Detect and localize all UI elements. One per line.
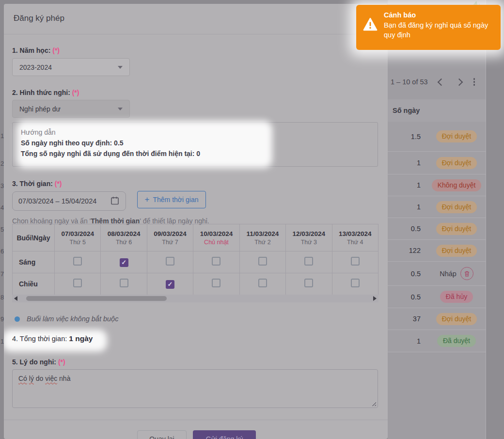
days-count: 122 [388,247,421,254]
row-number-fragment: 5 [0,226,4,233]
reason-input[interactable]: Có lý do việc nhà [12,369,378,408]
date-range-value: 07/03/2024 – 15/04/2024 [18,197,96,205]
submit-button[interactable]: Gửi đăng ký [193,430,256,439]
session-checkbox[interactable] [351,279,360,287]
leave-record-row: 37Đợi duyệt [388,308,486,330]
days-count: 0.5 [388,270,421,278]
year-label: 1. Năm học: (*) [12,47,60,54]
session-checkbox[interactable] [351,257,360,266]
table-pagination: 1 – 10 of 53 [391,76,485,88]
school-year-select[interactable]: 2023-2024 [12,58,130,76]
session-cell [101,273,147,295]
chevron-down-icon [118,108,123,110]
row-number-fragment: 1 [0,132,4,140]
guidance-box: Hướng dẫn Số ngày nghỉ theo quy định: 0.… [12,122,378,167]
session-cell [55,273,101,295]
session-cell: ✓ [147,273,193,295]
next-page-icon[interactable] [455,78,463,86]
reason-word: lý [29,375,34,382]
schedule-corner-header: Buổi\Ngày [13,224,55,251]
required-mark: (*) [55,180,62,188]
leave-record-row: 1Đợi duyệt [388,152,486,174]
day-column-header: 11/03/2024Thứ 2 [239,224,285,251]
leave-type-label: 2. Hình thức nghỉ: (*) [12,89,79,96]
session-checkbox[interactable] [120,279,128,287]
previous-page-icon[interactable] [437,78,445,86]
session-checkbox[interactable] [212,257,220,266]
scroll-right-icon[interactable] [373,296,377,301]
session-cell: ✓ [101,251,147,273]
reason-label: 5. Lý do nghỉ: (*) [12,358,65,366]
status-badge: Đợi duyệt [436,223,477,235]
session-cell [332,273,378,295]
chevron-down-icon [118,66,123,69]
more-options-icon[interactable] [473,78,475,86]
session-checkbox[interactable] [73,257,82,266]
resize-handle-icon[interactable] [371,401,376,406]
session-checkbox[interactable] [212,279,220,287]
reason-word: việc [45,375,57,382]
required-mark: (*) [58,358,65,366]
day-column-header: 08/03/2024Thứ 6 [101,224,147,251]
day-column-header: 10/03/2024Chủ nhật [193,224,239,251]
days-count: 1 [388,181,421,189]
session-checkbox[interactable] [258,257,267,266]
delete-icon[interactable] [460,267,473,280]
row-number-fragment: 4 [0,204,4,211]
divider [4,34,388,34]
session-label: Chiều [13,273,55,295]
horizontal-scrollbar[interactable] [12,295,378,302]
session-checkbox[interactable] [166,257,174,266]
guidance-allowed-days: Số ngày nghỉ theo quy định: 0.5 [21,139,378,147]
scroll-left-icon[interactable] [14,296,17,301]
row-number-fragment: 7 [0,270,4,278]
add-time-button[interactable]: + Thêm thời gian [137,191,206,208]
toast-message: Bạn đã đăng ký nghỉ quá số ngày quy định [384,20,495,40]
day-column-header: 07/03/2024Thứ 5 [55,224,101,251]
required-mark: (*) [52,47,60,54]
day-column-header: 12/03/2024Thứ 3 [286,224,332,251]
leave-type-value: Nghỉ phép dư [19,105,61,113]
days-count: 0.5 [388,293,421,301]
leave-record-row: 1Đợi duyệt [388,196,486,218]
session-checkbox[interactable] [304,279,313,287]
leave-record-row: 122Đợi duyệt [388,240,486,262]
status-badge: Đợi duyệt [436,245,477,257]
session-checkbox[interactable]: ✓ [166,280,174,289]
status-badge: Đã duyệt [437,335,476,347]
days-count: 1.5 [388,133,421,141]
session-checkbox[interactable]: ✓ [120,258,128,267]
background-row-numbers: 1234567891 [0,0,4,439]
scrollbar-thumb[interactable] [26,296,167,301]
days-count: 1 [388,203,421,211]
days-count: 37 [388,315,421,323]
status-badge: Đợi duyệt [436,130,477,142]
leave-type-select[interactable]: Nghỉ phép dư [12,100,130,118]
session-checkbox[interactable] [73,279,82,287]
back-button[interactable]: Quay lại [137,430,187,439]
session-cell [332,251,378,273]
time-label: 3. Thời gian: (*) [12,180,62,188]
column-header-so-ngay: Số ngày [388,99,486,122]
session-cell [239,251,285,273]
session-checkbox[interactable] [304,257,313,266]
toast-title: Cảnh báo [384,11,495,19]
day-column-header: 09/03/2024Thứ 7 [147,224,193,251]
calendar-icon[interactable] [110,196,120,207]
session-cell [147,251,193,273]
session-checkbox[interactable] [258,279,267,287]
leave-registration-dialog: Đăng ký phép 1. Năm học: (*) 2023-2024 2… [4,4,388,439]
row-number-fragment: 9 [0,315,4,323]
warning-icon [363,17,378,45]
pagination-range: 1 – 10 of 53 [391,78,428,86]
session-cell [55,251,101,273]
blue-dot-icon [15,316,20,322]
leave-record-row: 1Đã duyệt [388,330,486,352]
legend: Buổi làm việc không bắt buộc [15,315,118,323]
leave-record-row: 1.5Đợi duyệt [388,122,486,152]
leave-records-table: 1.5Đợi duyệt1Đợi duyệt1Không duyệt1Đợi d… [388,122,486,352]
reason-word: nhà [59,375,70,382]
schedule-table: Buổi\Ngày 07/03/2024Thứ 508/03/2024Thứ 6… [12,224,378,295]
session-cell [193,273,239,295]
date-range-input[interactable]: 07/03/2024 – 15/04/2024 [12,191,126,211]
